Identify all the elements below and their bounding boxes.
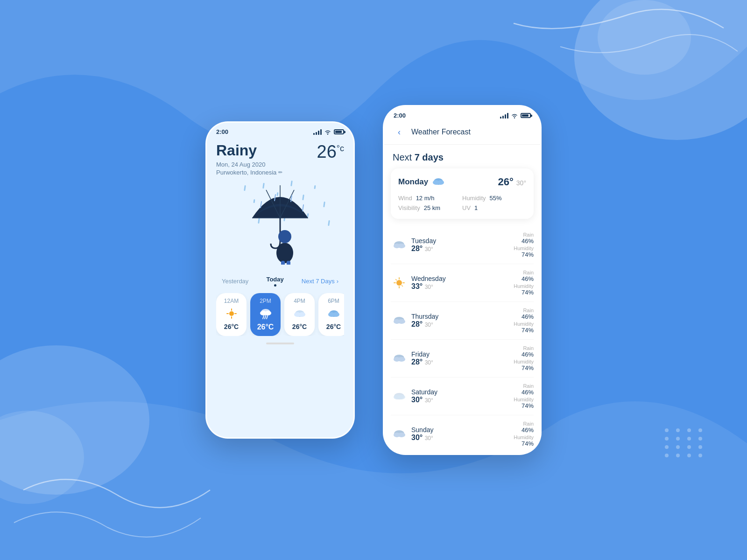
rain-stat: Rain 46% xyxy=(521,345,534,358)
day-stats: Rain 46% Humidity 74% xyxy=(514,232,534,258)
day-row[interactable]: Thursday 28° 30° Rain 46% Humidity 74% xyxy=(391,302,534,340)
status-icons-2 xyxy=(500,113,531,119)
tab-yesterday[interactable]: Yesterday xyxy=(218,276,252,287)
weather-header: Rainy Mon, 24 Aug 2020 Purwokerto, Indon… xyxy=(216,142,344,176)
chevron-right-icon: › xyxy=(337,278,338,285)
wifi-icon xyxy=(511,113,518,119)
day-weather-icon xyxy=(391,277,408,289)
day-name: Friday xyxy=(411,350,514,358)
weather-left: Rainy Mon, 24 Aug 2020 Purwokerto, Indon… xyxy=(216,142,282,176)
day-name: Saturday xyxy=(411,388,514,396)
next-days-heading: Next 7 days xyxy=(384,145,540,168)
hour-card-2pm[interactable]: 2PM 26°C xyxy=(250,293,281,336)
day-temps: 33° 30° xyxy=(411,282,514,291)
humidity-stat: Humidity 74% xyxy=(514,283,534,296)
day-name: Tuesday xyxy=(411,237,514,245)
active-tab-dot xyxy=(274,284,276,287)
day-row[interactable]: Sunday 30° 30° Rain 46% Humidity 74% xyxy=(391,415,534,453)
day-info: Thursday 28° 30° xyxy=(408,313,514,329)
tab-next-days[interactable]: Next 7 Days › xyxy=(298,276,342,287)
day-name: Wednesday xyxy=(411,275,514,282)
tab-navigation: Yesterday Today Next 7 Days › xyxy=(216,274,344,288)
monday-temp-high: 26° xyxy=(498,176,514,188)
svg-line-27 xyxy=(263,316,264,319)
humidity-stat: Humidity 74% xyxy=(514,397,534,409)
phone-main: 2:00 Rainy Mon, 24 Aug 2020 xyxy=(205,121,355,439)
humidity-stat: Humidity 74% xyxy=(514,359,534,371)
hour-temp: 26°C xyxy=(224,323,239,330)
edit-icon[interactable]: ✏ xyxy=(278,169,282,175)
tab-today[interactable]: Today xyxy=(262,274,287,288)
svg-line-51 xyxy=(402,286,403,287)
day-temp-low: 30° xyxy=(425,359,433,366)
day-temp-low: 30° xyxy=(425,397,433,404)
hour-label: 12AM xyxy=(224,298,239,304)
svg-line-28 xyxy=(265,316,266,319)
hourly-scroll[interactable]: 12AM 26°C 2PM xyxy=(216,293,344,336)
monday-label: Monday xyxy=(398,177,428,187)
day-info: Friday 28° 30° xyxy=(408,350,514,366)
day-row[interactable]: Tuesday 28° 30° Rain 46% Humidity 74% xyxy=(391,226,534,264)
detail-humidity: Humidity 55% xyxy=(462,195,526,202)
monday-row: Monday 26° 30° xyxy=(398,176,526,188)
day-stats: Rain 46% Humidity 74% xyxy=(514,383,534,409)
svg-rect-14 xyxy=(287,261,290,265)
monday-details: Wind 12 m/h Humidity 55% Visibility 25 k… xyxy=(398,195,526,211)
day-stats: Rain 46% Humidity 74% xyxy=(514,270,534,296)
day-temp-low: 30° xyxy=(425,322,433,328)
day-temp-low: 30° xyxy=(425,246,433,252)
hour-card-4pm[interactable]: 4PM 26°C xyxy=(284,293,315,336)
phone1-content: Rainy Mon, 24 Aug 2020 Purwokerto, Indon… xyxy=(207,142,353,344)
scroll-indicator xyxy=(266,343,294,344)
weather-location: Purwokerto, Indonesia ✏ xyxy=(216,169,282,176)
rain-stat: Rain 46% xyxy=(521,270,534,282)
temp-range-main: 26° 30° xyxy=(498,176,526,188)
signal-icon xyxy=(313,129,322,135)
day-name: Thursday xyxy=(411,313,514,320)
weather-date: Mon, 24 Aug 2020 xyxy=(216,161,282,168)
svg-point-1 xyxy=(598,0,691,75)
signal-icon xyxy=(500,113,508,119)
day-temps: 30° 30° xyxy=(411,396,514,404)
svg-point-11 xyxy=(276,243,293,263)
svg-point-44 xyxy=(398,244,405,248)
sun-icon-sm xyxy=(225,307,238,320)
svg-point-26 xyxy=(265,311,271,315)
day-row[interactable]: Wednesday 33° 30° Rain 46% Humidity 74% xyxy=(391,264,534,302)
svg-point-57 xyxy=(398,357,405,362)
svg-point-35 xyxy=(333,312,339,317)
day-info: Wednesday 33° 30° xyxy=(408,275,514,291)
cloud-blue-icon-sm xyxy=(327,307,340,320)
svg-point-2 xyxy=(0,345,149,495)
day-stats: Rain 46% Humidity 74% xyxy=(514,421,534,447)
rain-stat: Rain 46% xyxy=(521,308,534,320)
day-row[interactable]: Friday 28° 30° Rain 46% Humidity 74% xyxy=(391,340,534,378)
day-name-row: Monday xyxy=(398,177,445,187)
hour-card-6pm[interactable]: 6PM 26°C xyxy=(318,293,344,336)
day-info: Sunday 30° 30° xyxy=(408,426,514,442)
svg-line-29 xyxy=(267,316,268,319)
hour-label: 6PM xyxy=(328,298,339,304)
weather-temp: 26°c xyxy=(317,142,344,162)
svg-point-60 xyxy=(398,395,405,399)
hour-temp: 26°C xyxy=(257,323,274,331)
phones-container: 2:00 Rainy Mon, 24 Aug 2020 xyxy=(205,105,542,455)
day-weather-icon xyxy=(391,240,408,250)
day-temp-low: 30° xyxy=(425,435,433,441)
svg-rect-13 xyxy=(281,261,285,265)
monday-cloud-icon xyxy=(432,177,445,187)
day-row[interactable]: Saturday 30° 30° Rain 46% Humidity 74% xyxy=(391,378,534,415)
svg-point-32 xyxy=(299,312,305,317)
humidity-stat: Humidity 74% xyxy=(514,245,534,258)
back-button[interactable]: ‹ xyxy=(393,126,406,139)
day-name: Sunday xyxy=(411,426,514,434)
day-weather-icon xyxy=(391,316,408,325)
hour-card-12am[interactable]: 12AM 26°C xyxy=(216,293,247,336)
svg-point-63 xyxy=(398,433,405,437)
svg-point-4 xyxy=(327,133,328,134)
wifi-icon xyxy=(324,129,331,135)
day-rows-list: Tuesday 28° 30° Rain 46% Humidity 74% xyxy=(384,226,540,453)
cloud-icon-sm xyxy=(293,307,306,320)
day-stats: Rain 46% Humidity 74% xyxy=(514,345,534,371)
detail-uv: UV 1 xyxy=(462,204,526,211)
